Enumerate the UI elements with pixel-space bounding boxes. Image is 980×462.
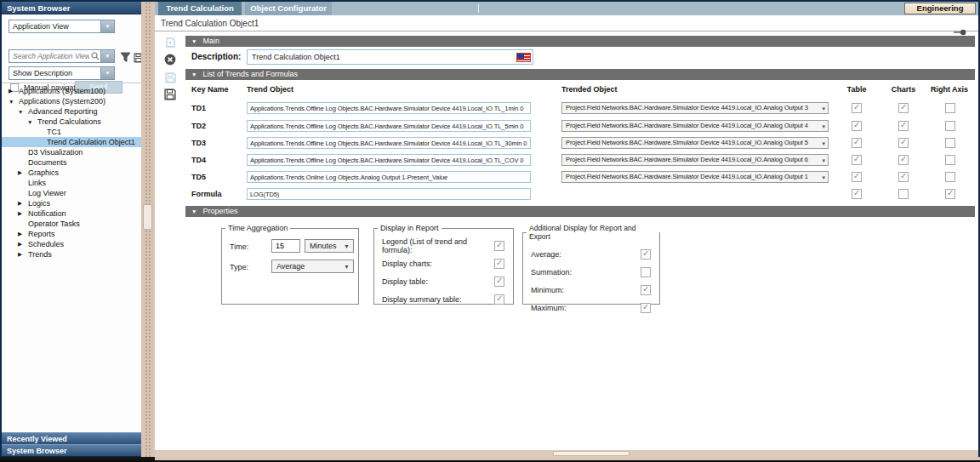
recently-viewed-bar[interactable]: Recently Viewed <box>2 432 141 444</box>
charts-checkbox[interactable] <box>898 103 909 113</box>
tree-item[interactable]: ▼Trend Calculations <box>2 117 141 127</box>
description-dropdown[interactable]: Show Description ▼ <box>9 66 115 80</box>
collapsed-arrow-icon[interactable]: ▶ <box>18 200 28 207</box>
right-axis-checkbox[interactable] <box>945 189 955 199</box>
tree-item-label: D3 Visualization <box>28 148 83 157</box>
trend-object-input[interactable] <box>247 120 531 132</box>
tree-item[interactable]: ▶Schedules <box>2 239 141 249</box>
additional-display-legend: Additional Display for Report and Export <box>527 224 659 241</box>
right-axis-checkbox[interactable] <box>945 103 955 113</box>
table-checkbox[interactable] <box>852 138 862 148</box>
expanded-arrow-icon[interactable]: ▼ <box>18 109 28 115</box>
collapse-arrow-icon[interactable]: ▼ <box>191 208 197 214</box>
right-axis-checkbox[interactable] <box>945 172 955 182</box>
tree-item[interactable]: ▶Logics <box>2 198 141 208</box>
display-report-checkbox[interactable] <box>494 277 504 287</box>
expanded-arrow-icon[interactable]: ▼ <box>27 119 37 125</box>
display-report-checkbox[interactable] <box>494 241 504 251</box>
collapsed-arrow-icon[interactable]: ▶ <box>18 169 28 176</box>
charts-checkbox[interactable] <box>898 189 909 199</box>
additional-display-checkbox[interactable] <box>641 267 651 277</box>
section-header-properties[interactable]: ▼Properties <box>185 206 975 217</box>
type-select[interactable]: Average▼ <box>271 260 354 273</box>
charts-checkbox[interactable] <box>898 172 909 182</box>
filter-icon[interactable] <box>120 51 131 66</box>
tree-item[interactable]: ▼Applications (System200) <box>2 96 141 106</box>
tree-item[interactable]: Log Viewer <box>2 188 141 198</box>
trend-object-input[interactable] <box>247 171 531 183</box>
panel-splitter[interactable] <box>141 2 155 457</box>
table-checkbox[interactable] <box>852 155 862 165</box>
table-checkbox[interactable] <box>852 103 862 113</box>
expanded-arrow-icon[interactable]: ▼ <box>9 99 19 105</box>
tree-item[interactable]: ▶Graphics <box>2 168 141 178</box>
description-label: Description: <box>191 52 241 61</box>
tree-item-label: Log Viewer <box>28 189 66 197</box>
view-dropdown[interactable]: Application View ▼ <box>9 20 115 33</box>
tree-item[interactable]: ▼Advanced Reporting <box>2 106 141 117</box>
time-value-input[interactable] <box>271 239 300 253</box>
tree-item[interactable]: Links <box>2 178 141 188</box>
additional-display-checkbox[interactable] <box>641 249 651 260</box>
system-browser-bar[interactable]: System Browser <box>2 444 141 456</box>
save-filter-icon[interactable] <box>134 51 141 66</box>
charts-checkbox[interactable] <box>898 155 909 165</box>
trend-object-input[interactable] <box>247 154 531 166</box>
chevron-down-icon[interactable]: ▼ <box>100 50 114 62</box>
trend-object-input[interactable] <box>247 102 531 114</box>
collapsed-arrow-icon[interactable]: ▶ <box>18 231 28 237</box>
trend-object-input[interactable] <box>247 188 531 200</box>
tree-item[interactable]: Operator Tasks <box>2 219 141 229</box>
table-checkbox[interactable] <box>852 121 862 131</box>
additional-display-checkbox[interactable] <box>641 285 651 295</box>
tree-item[interactable]: ▶Trends <box>2 249 141 260</box>
tree-item[interactable]: Trend Calculation Object1 <box>2 137 141 147</box>
section-header-main[interactable]: ▼Main <box>185 36 975 47</box>
tree-item[interactable]: TC1 <box>2 127 141 137</box>
chevron-down-icon[interactable]: ▼ <box>100 20 114 32</box>
chevron-down-icon: ▼ <box>344 241 350 253</box>
tree-item[interactable]: ▶Reports <box>2 229 141 239</box>
tree-item[interactable]: Documents <box>2 157 141 168</box>
display-report-checkbox[interactable] <box>494 294 504 305</box>
additional-display-checkbox[interactable] <box>641 303 651 313</box>
right-axis-checkbox[interactable] <box>945 121 955 131</box>
tree-item[interactable]: ▶Applications (System100) <box>2 86 141 96</box>
collapsed-arrow-icon[interactable]: ▶ <box>18 251 28 258</box>
collapse-arrow-icon[interactable]: ▼ <box>191 38 197 44</box>
section-header-trends[interactable]: ▼List of Trends and Formulas <box>185 69 975 80</box>
collapse-arrow-icon[interactable]: ▼ <box>191 71 197 77</box>
trended-object-select[interactable]: Project.Field Networks.BAC.Hardware.Simu… <box>561 102 829 114</box>
column-header-trend-object: Trend Object <box>247 85 293 94</box>
splitter-handle[interactable] <box>143 204 152 230</box>
chevron-down-icon[interactable]: ▼ <box>100 67 114 79</box>
collapsed-arrow-icon[interactable]: ▶ <box>9 88 19 94</box>
row-key-label: TD1 <box>191 104 206 112</box>
trend-object-input[interactable] <box>247 137 531 149</box>
display-report-checkbox[interactable] <box>494 259 504 269</box>
horizontal-scrollbar[interactable] <box>155 450 978 457</box>
main-content: Trend Calculation Object Configurator En… <box>155 2 978 457</box>
trended-object-select[interactable]: Project.Field Networks.BAC.Hardware.Simu… <box>561 137 829 149</box>
charts-checkbox[interactable] <box>898 121 909 131</box>
trended-object-select[interactable]: Project.Field Networks.BAC.Hardware.Simu… <box>561 120 829 132</box>
tree-item[interactable]: ▶Notification <box>2 208 141 219</box>
table-checkbox[interactable] <box>852 172 862 182</box>
table-checkbox[interactable] <box>852 189 862 199</box>
tree-item-label: Notification <box>28 209 66 218</box>
trended-object-select[interactable]: Project.Field Networks.BAC.Hardware.Simu… <box>561 171 829 183</box>
tree-item-label: Documents <box>28 158 67 167</box>
description-input[interactable] <box>247 49 533 65</box>
charts-checkbox[interactable] <box>898 138 909 148</box>
collapsed-arrow-icon[interactable]: ▶ <box>18 241 28 248</box>
right-axis-checkbox[interactable] <box>945 155 955 165</box>
time-unit-select[interactable]: Minutes▼ <box>305 239 354 253</box>
trended-object-select[interactable]: Project.Field Networks.BAC.Hardware.Simu… <box>561 154 829 166</box>
save-icon[interactable] <box>163 88 177 101</box>
scrollbar-thumb[interactable] <box>553 451 630 456</box>
search-input[interactable] <box>9 50 89 62</box>
tree-item[interactable]: D3 Visualization <box>2 147 141 157</box>
right-axis-checkbox[interactable] <box>945 138 955 148</box>
close-icon[interactable] <box>163 53 177 66</box>
collapsed-arrow-icon[interactable]: ▶ <box>18 210 28 217</box>
